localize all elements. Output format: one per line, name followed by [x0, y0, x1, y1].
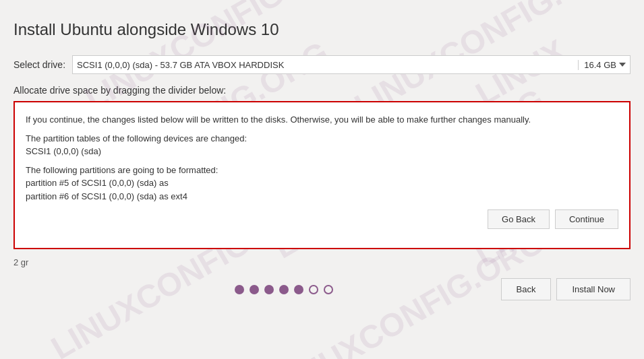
drive-size-area: 16.4 GB — [578, 60, 626, 70]
drive-select[interactable]: SCSI1 (0,0,0) (sda) - 53.7 GB ATA VBOX H… — [72, 55, 631, 74]
dialog-line4: The following partitions are going to be… — [26, 164, 618, 203]
progress-dot-1 — [235, 285, 244, 294]
dialog-buttons-row: Go Back Continue — [26, 209, 618, 229]
select-drive-label: Select drive: — [13, 59, 65, 70]
dialog-text: If you continue, the changes listed belo… — [26, 113, 618, 203]
slider-label: 2 gr — [13, 257, 28, 267]
drive-select-text: SCSI1 (0,0,0) (sda) - 53.7 GB ATA VBOX H… — [77, 60, 578, 70]
progress-dot-2 — [250, 285, 259, 294]
nav-bottom: Back Install Now — [13, 278, 631, 300]
install-now-button[interactable]: Install Now — [556, 278, 631, 300]
allocate-label: Allocate drive space by dragging the div… — [13, 85, 631, 96]
dialog-line2: The partition tables of the following de… — [26, 132, 618, 158]
progress-dot-3 — [264, 285, 274, 294]
dialog-overlay: If you continue, the changes listed belo… — [13, 101, 631, 249]
select-drive-row: Select drive: SCSI1 (0,0,0) (sda) - 53.7… — [13, 55, 631, 74]
progress-dot-4 — [279, 285, 289, 294]
drive-size-text: 16.4 GB — [584, 60, 616, 70]
dialog-line1: If you continue, the changes listed belo… — [26, 113, 618, 127]
progress-dot-7 — [324, 285, 333, 294]
page-title: Install Ubuntu alongside Windows 10 — [13, 20, 631, 39]
nav-buttons: Back Install Now — [501, 278, 631, 300]
continue-button[interactable]: Continue — [555, 209, 618, 229]
go-back-button[interactable]: Go Back — [488, 209, 550, 229]
progress-dot-6 — [309, 285, 318, 294]
back-button[interactable]: Back — [501, 278, 552, 300]
slider-label-row: 2 gr — [13, 257, 631, 267]
main-container: Install Ubuntu alongside Windows 10 Sele… — [0, 0, 644, 359]
progress-dot-5 — [294, 285, 303, 294]
dots-container — [67, 285, 501, 294]
chevron-down-icon — [619, 63, 626, 67]
